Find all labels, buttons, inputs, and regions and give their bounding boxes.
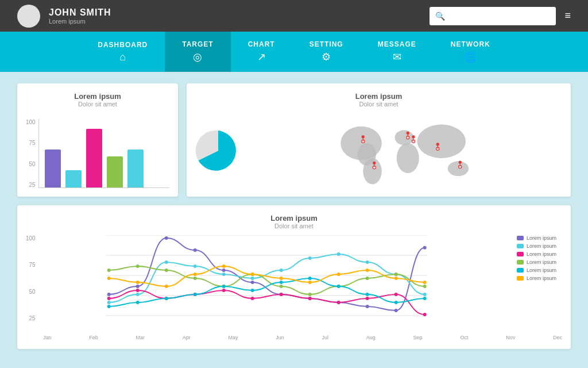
line-y-label: 75	[26, 262, 36, 268]
line-y-label: 50	[26, 289, 36, 295]
user-name: JOHN SMITH	[49, 7, 111, 18]
nav-item-chart[interactable]: CHART ↗	[231, 32, 292, 72]
data-point	[308, 293, 311, 296]
legend-label: Lorem ipsum	[527, 235, 556, 241]
map-card: Lorem ipsum Dolor sit amet	[187, 83, 571, 197]
legend-item: Lorem ipsum	[517, 251, 556, 257]
map-area	[195, 113, 562, 188]
legend-label: Lorem ipsum	[527, 267, 556, 273]
data-point	[279, 281, 283, 284]
bar-y-label: 100	[26, 119, 36, 125]
data-point	[136, 301, 139, 304]
line-chart-inner: Lorem ipsumLorem ipsumLorem ipsumLorem i…	[40, 235, 562, 333]
data-point	[308, 281, 311, 284]
nav-icon-target: ◎	[193, 51, 202, 63]
data-point	[336, 252, 340, 256]
data-point	[423, 246, 426, 250]
user-subtitle: Lorem ipsum	[49, 18, 111, 25]
map-chart-title: Lorem ipsum	[195, 92, 562, 101]
data-point	[193, 264, 196, 268]
data-point	[222, 285, 225, 288]
legend-label: Lorem ipsum	[527, 243, 556, 249]
nav-label-target: TARGET	[182, 40, 213, 48]
data-point	[107, 301, 110, 304]
data-point	[394, 277, 397, 280]
x-axis-labels: JanFebMarAprMayJunJulAugSepOctNovDec	[26, 333, 562, 340]
x-axis-label: Jan	[43, 335, 52, 340]
data-point	[423, 297, 426, 300]
nav-icon-dashboard: ⌂	[119, 51, 126, 63]
bar	[127, 150, 144, 187]
data-point	[222, 269, 225, 272]
legend-label: Lorem ipsum	[527, 251, 556, 257]
data-point	[250, 277, 254, 280]
data-point	[222, 264, 225, 268]
data-point	[365, 293, 369, 296]
search-icon: 🔍	[435, 12, 445, 21]
nav-icon-message: ✉	[393, 51, 401, 63]
nav-item-message[interactable]: MESSAGE ✉	[361, 32, 434, 72]
data-point	[193, 248, 196, 252]
search-input[interactable]	[430, 7, 556, 25]
nav-label-message: MESSAGE	[378, 40, 416, 48]
x-axis-label: Feb	[89, 335, 98, 340]
data-point	[365, 260, 369, 264]
bar-y-label: 50	[26, 161, 36, 167]
data-point	[365, 305, 369, 308]
data-point	[394, 301, 397, 304]
data-point	[193, 293, 196, 296]
legend-label: Lorem ipsum	[527, 275, 556, 281]
svg-point-2	[363, 158, 382, 185]
data-point	[250, 289, 254, 292]
line-chart-title: Lorem ipsum	[26, 214, 562, 223]
data-point	[365, 297, 369, 300]
world-map	[250, 113, 562, 188]
header: JOHN SMITH Lorem ipsum 🔍 ≡	[0, 0, 588, 32]
line-series	[109, 278, 424, 306]
line-chart-yaxis: 100755025	[26, 235, 36, 324]
svg-point-10	[362, 135, 365, 138]
nav-item-network[interactable]: NETWORK 🌐	[434, 32, 508, 72]
data-point	[308, 277, 311, 280]
data-point	[336, 301, 340, 304]
x-axis-label: Mar	[136, 335, 145, 340]
data-point	[136, 285, 139, 288]
data-point	[394, 273, 397, 276]
data-point	[193, 273, 196, 276]
data-point	[423, 285, 426, 288]
nav-icon-setting: ⚙	[322, 51, 331, 63]
x-axis-label: Nov	[506, 335, 515, 340]
nav-icon-chart: ↗	[257, 51, 266, 63]
nav-item-setting[interactable]: SETTING ⚙	[292, 32, 361, 72]
data-point	[279, 285, 283, 288]
line-series	[109, 290, 424, 315]
nav-icon-network: 🌐	[464, 51, 477, 63]
data-point	[394, 309, 397, 312]
legend-item: Lorem ipsum	[517, 267, 556, 273]
data-point	[279, 293, 283, 296]
x-axis-label: Aug	[366, 335, 376, 340]
svg-point-22	[412, 135, 415, 138]
svg-point-3	[395, 130, 414, 145]
data-point	[164, 260, 168, 264]
data-point	[136, 293, 139, 296]
data-point	[365, 277, 369, 280]
nav-item-target[interactable]: TARGET ◎	[165, 32, 230, 72]
svg-point-6	[448, 161, 469, 176]
svg-point-4	[397, 143, 419, 173]
data-point	[336, 273, 340, 276]
line-chart-card: Lorem ipsum Dolor sit amet 100755025 Lor…	[17, 205, 571, 349]
line-y-label: 100	[26, 235, 36, 241]
x-axis-label: Apr	[183, 335, 191, 340]
bar-chart-card: Lorem ipsum Dolor sit amet 100755025	[17, 83, 178, 197]
x-axis-label: Jul	[322, 335, 329, 340]
data-point	[365, 269, 369, 272]
bar	[45, 150, 61, 187]
pie-chart	[195, 128, 241, 174]
nav-item-dashboard[interactable]: DASHBOARD ⌂	[80, 32, 165, 72]
hamburger-icon[interactable]: ≡	[564, 10, 571, 22]
legend-item: Lorem ipsum	[517, 275, 556, 281]
legend-item: Lorem ipsum	[517, 235, 556, 241]
svg-point-14	[373, 162, 376, 164]
data-point	[394, 293, 397, 296]
